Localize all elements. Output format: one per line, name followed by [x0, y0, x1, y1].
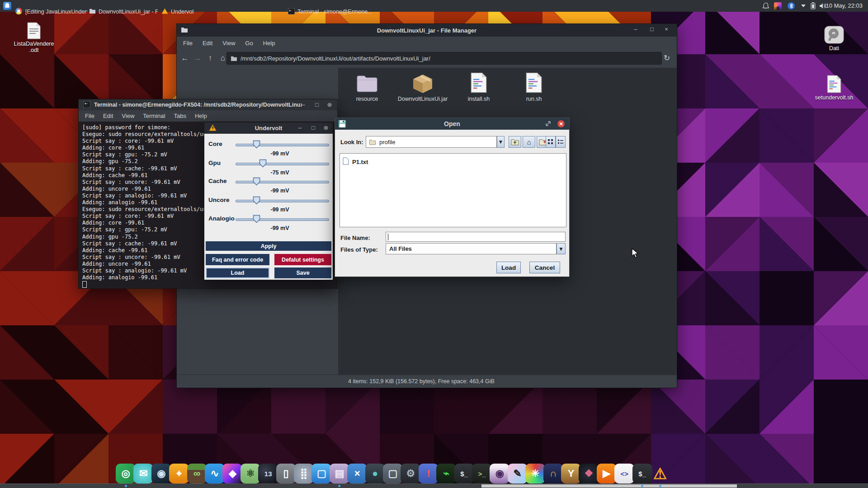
dock-mail[interactable]: ✉	[133, 464, 153, 483]
view-grid-icon[interactable]	[546, 136, 556, 148]
close-icon[interactable]: ⊗	[325, 99, 335, 110]
dock-cocktail-wine[interactable]: Y	[561, 464, 581, 483]
clock[interactable]: 10 May, 22:03	[826, 2, 863, 9]
terminal-menu-edit[interactable]: Edit	[103, 113, 113, 119]
dock-camera-app[interactable]: ◉	[490, 464, 509, 483]
files-of-type-combobox[interactable]: All Files	[386, 243, 557, 254]
dialog-titlebar[interactable]: Open ✕	[335, 118, 569, 130]
taskbar-item[interactable]: Undervolt	[161, 6, 194, 18]
minimize-icon[interactable]: –	[631, 24, 641, 35]
dock-media-play[interactable]: ▶	[597, 464, 617, 483]
dock-browser-green[interactable]: ◎	[116, 464, 136, 483]
taskbar-item[interactable]: DownvoltLinuxUi_jar - File M...	[89, 6, 158, 18]
load-button[interactable]: Load	[206, 267, 269, 278]
slider-track-analogio[interactable]	[236, 218, 329, 221]
restore-icon[interactable]: □	[312, 99, 322, 110]
desktop-icon-dati-drive[interactable]: Dati	[814, 26, 854, 52]
launcher-icon[interactable]	[3, 2, 11, 10]
dock-paint-brush[interactable]: ✎	[508, 464, 528, 483]
faq-button[interactable]: Faq and error code	[206, 254, 269, 265]
slider-thumb-cache[interactable]	[253, 177, 260, 188]
path-bar[interactable]: /mnt/sdb2/Repository/DownvoltLinuxUi/out…	[226, 52, 662, 65]
dock-terminal-dollar[interactable]: $_	[454, 464, 474, 483]
forward-icon[interactable]: →	[191, 52, 204, 65]
restore-icon[interactable]: □	[308, 122, 318, 133]
desktop-icon-setundervolt-script[interactable]: setundervolt.sh	[809, 75, 859, 101]
terminal-menu-file[interactable]: File	[85, 113, 94, 119]
hidden-window-edge[interactable]	[481, 484, 737, 488]
dock-atom-science[interactable]: ⚛	[241, 464, 260, 483]
restore-icon[interactable]: □	[647, 24, 657, 35]
slider-thumb-gpu[interactable]	[259, 159, 267, 169]
dock-gear-dark[interactable]: ⚙	[401, 464, 420, 483]
view-list-icon[interactable]	[556, 136, 566, 148]
close-icon[interactable]: ✕	[557, 120, 565, 127]
file-name-input[interactable]	[386, 232, 566, 242]
fm-titlebar[interactable]: DownvoltLinuxUi_jar - File Manager – □ ×	[177, 24, 677, 37]
menu-help[interactable]: Help	[263, 40, 275, 47]
dialog-file-list[interactable]: P1.txt	[340, 153, 566, 227]
slider-track-core[interactable]	[236, 144, 329, 146]
slider-track-gpu[interactable]	[236, 163, 329, 165]
terminal-menu-help[interactable]: Help	[195, 113, 207, 119]
dock-window-slate[interactable]: ▢	[383, 464, 403, 483]
dock-resolve-video[interactable]: ❖	[579, 464, 599, 483]
reload-icon[interactable]: ↻	[660, 52, 673, 65]
dock-sphere-13[interactable]: 13	[258, 464, 278, 483]
menu-edit[interactable]: Edit	[203, 40, 212, 47]
save-button[interactable]: Save	[274, 267, 331, 278]
resize-icon[interactable]	[545, 121, 551, 128]
dock-terminal-arrow[interactable]: >_	[472, 464, 492, 483]
network-caret-icon[interactable]	[800, 0, 807, 12]
terminal-menu-terminal[interactable]: Terminal	[143, 113, 165, 119]
notifications-bell-icon[interactable]	[762, 0, 769, 12]
dock-file-manager[interactable]: ▤	[330, 464, 349, 483]
taskbar-item[interactable]: ▪-Terminal - simone@Ermene...	[288, 6, 377, 18]
default-settings-button[interactable]: Defalut settings	[274, 254, 331, 265]
terminal-titlebar[interactable]: ▪- Terminal - simone@Ermenegildo-FX504: …	[79, 99, 337, 110]
slider-thumb-core[interactable]	[253, 140, 260, 150]
taskbar-item[interactable]: [Editing JavaLinuxUndervolt/...	[15, 6, 87, 18]
dock-blue-x[interactable]: ×	[347, 464, 367, 483]
apply-button[interactable]: Apply	[206, 241, 331, 251]
up-icon[interactable]: ↑	[204, 52, 217, 65]
slider-thumb-analogio[interactable]	[253, 215, 260, 225]
minimize-icon[interactable]: –	[295, 122, 305, 133]
menu-file[interactable]: File	[183, 40, 193, 47]
terminal-menu-view[interactable]: View	[122, 113, 134, 119]
minimize-icon[interactable]: –	[298, 99, 308, 110]
file-resource[interactable]: resource	[340, 71, 394, 102]
dock-prism-gradient[interactable]: ◆	[222, 464, 242, 483]
close-icon[interactable]: ×	[661, 24, 671, 35]
dock-monitor-wave[interactable]: ∿	[205, 464, 225, 483]
menu-view[interactable]: View	[222, 40, 235, 47]
undervolt-titlebar[interactable]: Undervolt – □ ⊗	[204, 122, 333, 134]
cancel-button[interactable]: Cancel	[529, 262, 560, 273]
type-dropdown-icon[interactable]: ▼	[557, 243, 566, 254]
desktop-icon-lista-odt[interactable]: ListaDaVendere.odt	[14, 22, 54, 53]
dock-phone-doc[interactable]: ▯	[276, 464, 296, 483]
dock-system-monitor[interactable]: ⌁	[436, 464, 456, 483]
slider-track-uncore[interactable]	[236, 200, 329, 202]
look-in-dropdown-icon[interactable]: ▼	[497, 136, 505, 148]
terminal-menu-tabs[interactable]: Tabs	[174, 113, 186, 119]
dock-steam[interactable]: ◉	[151, 464, 171, 483]
dock-code-editor[interactable]: <>	[614, 464, 634, 483]
menu-go[interactable]: Go	[245, 40, 253, 47]
file-install.sh[interactable]: install.sh	[452, 71, 506, 102]
dock-game-joystick[interactable]: ⌖	[169, 464, 189, 483]
dock-app-grid[interactable]: ⣿	[294, 464, 314, 483]
bluetooth-icon[interactable]	[788, 0, 795, 12]
dock-window-blue[interactable]: ▢	[311, 464, 331, 483]
look-in-combobox[interactable]: profile	[366, 136, 497, 148]
dock-minecraft-grass[interactable]: ∞	[187, 464, 207, 483]
battery-icon[interactable]	[811, 0, 816, 12]
slider-track-cache[interactable]	[236, 181, 329, 183]
file-DownvoltLinuxUi.jar[interactable]: DownvoltLinuxUi.jar	[396, 71, 450, 102]
load-button[interactable]: Load	[496, 262, 521, 273]
dock-photo-aperture[interactable]: ✳	[525, 464, 545, 483]
dock-undervolt-warning[interactable]: ⚠	[650, 464, 670, 483]
dock-disc-teal[interactable]: ●	[365, 464, 385, 483]
file-run.sh[interactable]: run.sh	[507, 71, 561, 102]
dock-package-alert[interactable]: !	[419, 464, 439, 483]
